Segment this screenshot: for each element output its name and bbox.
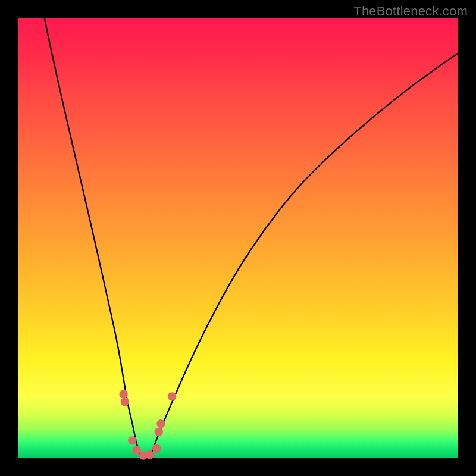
watermark-text: TheBottleneck.com <box>353 4 468 19</box>
chart-frame: TheBottleneck.com <box>0 0 476 476</box>
chart-svg <box>18 18 458 458</box>
data-marker <box>128 436 136 444</box>
data-marker <box>168 392 176 400</box>
data-marker <box>119 390 127 399</box>
chart-plot-area <box>18 18 458 458</box>
bottleneck-curve <box>18 0 458 458</box>
data-marker <box>156 419 165 428</box>
data-marker <box>121 397 129 406</box>
data-marker <box>146 450 154 459</box>
data-marker <box>155 427 163 436</box>
data-markers <box>119 390 176 460</box>
data-marker <box>152 444 161 453</box>
